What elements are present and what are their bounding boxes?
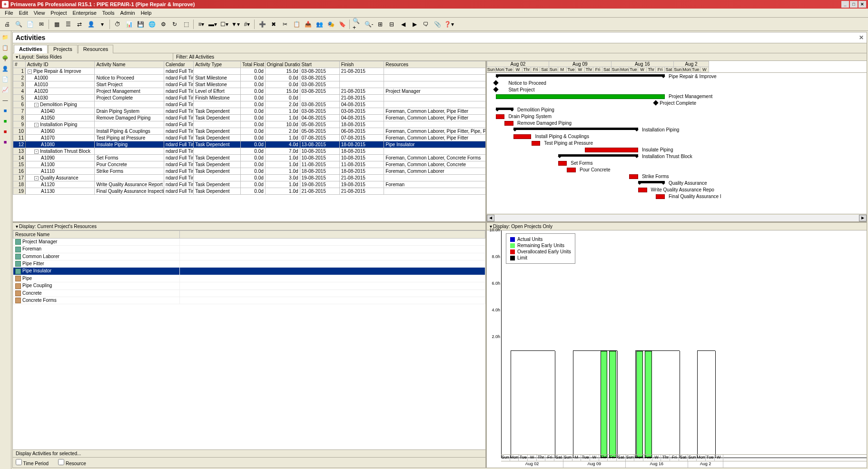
col-header[interactable]: Calendar [164,61,193,68]
side-wbs-icon[interactable]: 🌳 [1,54,10,62]
col-header[interactable]: Start [300,61,339,68]
cut-icon[interactable]: ✂ [280,19,290,30]
table-row[interactable]: 15A1100Pour Concretendard Full TimeTask … [13,161,487,168]
resource-icon[interactable]: 👤 [86,19,96,30]
side-red-icon[interactable]: ■ [1,127,10,136]
bars-icon[interactable]: ▬▾ [207,19,218,30]
filter-icon[interactable]: ▼▾ [230,19,241,30]
resource-checkbox[interactable]: Resource [58,459,86,466]
resource-row[interactable]: Foreman [13,246,485,253]
global-icon[interactable]: 🌐 [147,19,157,30]
resource-row[interactable]: Pipe Coupling [13,282,485,289]
menu-view[interactable]: View [31,10,48,16]
recalc-icon[interactable]: ↻ [169,19,180,30]
side-activities-icon[interactable]: 📋 [1,43,10,52]
resource-row[interactable]: Concrete [13,289,485,297]
table-row[interactable]: 11A1070Test Piping at Pressurendard Full… [13,135,487,141]
table-row[interactable]: 3A1010Start Projectndard Full TimeStart … [13,81,487,88]
table-row[interactable]: 5A1030Project Completendard Full TimeFin… [13,95,487,101]
resource-row[interactable]: Pipe Insulator [13,268,485,275]
tab-activities[interactable]: Activities [14,45,48,53]
close-button[interactable]: ✕ [858,1,866,8]
tab-projects[interactable]: Projects [48,45,78,53]
scroll-left-icon[interactable]: ◀ [487,215,494,221]
reflect-icon[interactable]: ⬚ [181,19,191,30]
activity-grid[interactable]: #Activity IDActivity NameCalendarActivit… [13,61,487,221]
help-icon[interactable]: ❓▾ [444,19,454,30]
table-row[interactable]: 17-Quality Assurancendard Full Time0.0d3… [13,175,487,181]
add-icon[interactable]: ➕ [257,19,267,30]
table-row[interactable]: 1-Pipe Repair & Improvendard Full Time0.… [13,68,487,75]
next-icon[interactable]: ▶ [409,19,420,30]
code-icon[interactable]: 🔖 [337,19,347,30]
send-icon[interactable]: ✉ [36,19,47,30]
table-row[interactable]: 12A1080Insulate Pipingndard Full TimeTas… [13,141,487,148]
schedule-icon[interactable]: ⏱ [112,19,123,30]
expand-icon[interactable]: ⊞ [375,19,385,30]
print-icon[interactable]: 🖨 [2,19,12,30]
col-header[interactable]: Total Float [240,61,265,68]
group-icon[interactable]: ≡▾ [196,19,207,30]
table-row[interactable]: 16A1110Strike Formsndard Full TimeTask D… [13,168,487,175]
resource-row[interactable]: Common Laborer [13,253,485,260]
paste-icon[interactable]: 📥 [303,19,313,30]
store-icon[interactable]: 💾 [135,19,146,30]
menu-edit[interactable]: Edit [16,10,31,16]
zoomout-icon[interactable]: 🔍- [364,19,374,30]
columns-icon[interactable]: ☐▾ [219,19,229,30]
resource-display-label[interactable]: Display: Current Project's Resources [13,223,485,230]
table-row[interactable]: 2A1000Notice to Proceedndard Full TimeSt… [13,75,487,81]
resource-row[interactable]: Project Manager [13,239,485,246]
table-row[interactable]: 10A1060Install Piping & Couplingsndard F… [13,128,487,135]
role-icon[interactable]: 🎭 [326,19,336,30]
gantt-hscroll[interactable]: ◀ ▶ [487,214,867,221]
scroll-right-icon[interactable]: ▶ [859,215,867,221]
table-row[interactable]: 9-Installation Pipingndard Full Time0.0d… [13,121,487,128]
menu-help[interactable]: Help [138,10,155,16]
table-row[interactable]: 13-Installation Thrust Blockndard Full T… [13,148,487,155]
claim-icon[interactable]: ⚙ [158,19,168,30]
attach-icon[interactable]: 📎 [432,19,443,30]
level-icon[interactable]: 📊 [124,19,134,30]
menu-enterprise[interactable]: Enterprise [70,10,99,16]
resource-row[interactable]: Concrete Forms [13,297,485,304]
layout-label[interactable]: Layout: Swiss Rides [13,53,173,60]
minimize-button[interactable]: _ [841,1,849,8]
collapse-icon[interactable]: ⊟ [386,19,397,30]
delete-icon[interactable]: ✖ [268,19,279,30]
col-header[interactable]: Original Duration [265,61,300,68]
col-header[interactable]: Finish [339,61,384,68]
table-row[interactable]: 7A1040Drain Piping Systemndard Full Time… [13,108,487,115]
arrow-icon[interactable]: ▾ [97,19,108,30]
table-row[interactable]: 4A1020Project Managementndard Full TimeL… [13,88,487,95]
resource-row[interactable]: Pipe Fitter [13,260,485,268]
side-purple-icon[interactable]: ■ [1,138,10,146]
table-row[interactable]: 6-Demolition Pipingndard Full Time0.0d2.… [13,101,487,108]
page-icon[interactable]: 📄 [25,19,35,30]
histogram-display-label[interactable]: Display: Open Projects Only [487,223,867,230]
maximize-button[interactable]: □ [850,1,858,8]
side-projects-icon[interactable]: 📁 [1,33,10,41]
col-header[interactable]: Activity Type [194,61,241,68]
prev-icon[interactable]: ◀ [398,19,408,30]
menu-tools[interactable]: Tools [99,10,118,16]
table-row[interactable]: 8A1050Remove Damaged Pipingndard Full Ti… [13,115,487,121]
gantt-area[interactable]: Aug 02Aug 09Aug 16Aug 2 SunMonTueWThrFri… [487,61,867,221]
side-blue-icon[interactable]: ■ [1,106,10,115]
timescale-icon[interactable]: #▾ [242,19,252,30]
panel-close-icon[interactable]: ✕ [859,34,864,41]
time-period-checkbox[interactable]: Time Period [16,459,49,466]
menu-project[interactable]: Project [48,10,69,16]
side-tracking-icon[interactable]: 📈 [1,85,10,94]
table-row[interactable]: 18A1120Write Quality Assurance Reportnda… [13,181,487,188]
side-reports-icon[interactable]: 📄 [1,75,10,83]
gantt-icon[interactable]: ☰ [63,19,73,30]
side-resources-icon[interactable]: 👤 [1,64,10,73]
assign-icon[interactable]: 👥 [314,19,325,30]
table-row[interactable]: 14A1090Set Formsndard Full TimeTask Depe… [13,155,487,161]
layout-icon[interactable]: ▦ [51,19,62,30]
col-header[interactable]: Activity ID [25,61,94,68]
tab-resources[interactable]: Resources [78,45,114,53]
note-icon[interactable]: 🗨 [421,19,431,30]
side-green-icon[interactable]: ■ [1,117,10,125]
